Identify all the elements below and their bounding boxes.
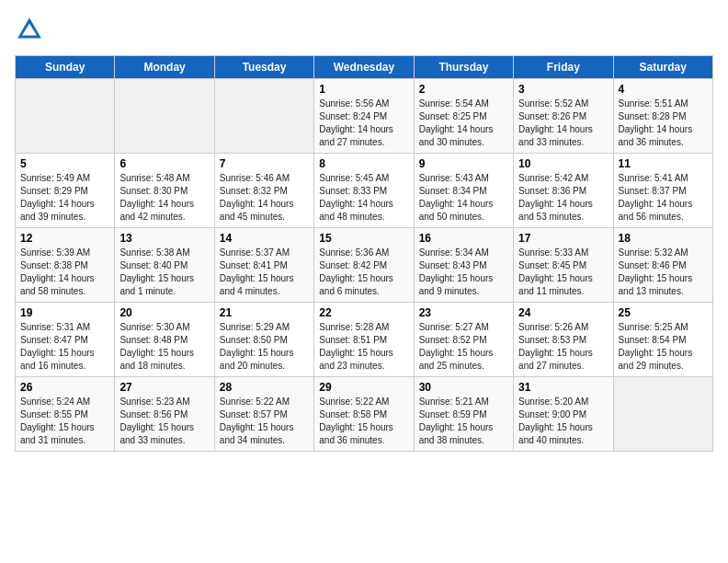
calendar-day-cell: 18Sunrise: 5:32 AM Sunset: 8:46 PM Dayli… — [613, 228, 712, 303]
weekday-header: Friday — [514, 56, 613, 79]
calendar-day-cell: 12Sunrise: 5:39 AM Sunset: 8:38 PM Dayli… — [16, 228, 115, 303]
calendar-day-cell: 1Sunrise: 5:56 AM Sunset: 8:24 PM Daylig… — [314, 79, 414, 154]
day-number: 11 — [619, 157, 708, 170]
day-number: 5 — [20, 157, 109, 170]
weekday-header: Tuesday — [214, 56, 313, 79]
calendar-day-cell: 28Sunrise: 5:22 AM Sunset: 8:57 PM Dayli… — [214, 377, 313, 452]
day-info: Sunrise: 5:25 AM Sunset: 8:54 PM Dayligh… — [619, 321, 708, 373]
calendar-day-cell: 5Sunrise: 5:49 AM Sunset: 8:29 PM Daylig… — [16, 154, 115, 228]
day-number: 1 — [319, 83, 408, 96]
weekday-header-row: SundayMondayTuesdayWednesdayThursdayFrid… — [16, 56, 713, 79]
calendar-day-cell — [613, 377, 712, 452]
calendar-day-cell — [16, 79, 115, 154]
day-number: 18 — [619, 232, 708, 245]
day-info: Sunrise: 5:32 AM Sunset: 8:46 PM Dayligh… — [619, 247, 708, 298]
day-info: Sunrise: 5:23 AM Sunset: 8:56 PM Dayligh… — [119, 396, 209, 447]
day-info: Sunrise: 5:37 AM Sunset: 8:41 PM Dayligh… — [220, 247, 309, 298]
day-info: Sunrise: 5:54 AM Sunset: 8:25 PM Dayligh… — [419, 98, 508, 149]
weekday-header: Thursday — [414, 56, 513, 79]
day-number: 14 — [220, 232, 309, 245]
day-info: Sunrise: 5:39 AM Sunset: 8:38 PM Dayligh… — [20, 247, 109, 298]
calendar-day-cell: 8Sunrise: 5:45 AM Sunset: 8:33 PM Daylig… — [314, 154, 414, 228]
day-info: Sunrise: 5:49 AM Sunset: 8:29 PM Dayligh… — [20, 172, 109, 224]
calendar-day-cell: 19Sunrise: 5:31 AM Sunset: 8:47 PM Dayli… — [16, 303, 115, 377]
day-number: 23 — [419, 306, 508, 319]
calendar-day-cell: 3Sunrise: 5:52 AM Sunset: 8:26 PM Daylig… — [514, 79, 613, 154]
weekday-header: Saturday — [613, 56, 712, 79]
calendar-day-cell: 23Sunrise: 5:27 AM Sunset: 8:52 PM Dayli… — [414, 303, 513, 377]
day-info: Sunrise: 5:22 AM Sunset: 8:57 PM Dayligh… — [220, 396, 309, 447]
day-number: 25 — [619, 306, 708, 319]
day-number: 3 — [518, 83, 608, 96]
day-info: Sunrise: 5:28 AM Sunset: 8:51 PM Dayligh… — [319, 321, 408, 373]
calendar-day-cell: 26Sunrise: 5:24 AM Sunset: 8:55 PM Dayli… — [16, 377, 115, 452]
day-number: 19 — [20, 306, 109, 319]
calendar-day-cell: 25Sunrise: 5:25 AM Sunset: 8:54 PM Dayli… — [613, 303, 712, 377]
calendar-day-cell: 20Sunrise: 5:30 AM Sunset: 8:48 PM Dayli… — [115, 303, 214, 377]
calendar-day-cell: 31Sunrise: 5:20 AM Sunset: 9:00 PM Dayli… — [514, 377, 613, 452]
day-number: 7 — [220, 157, 309, 170]
page-header — [15, 15, 713, 44]
calendar-day-cell: 9Sunrise: 5:43 AM Sunset: 8:34 PM Daylig… — [414, 154, 513, 228]
day-number: 4 — [619, 83, 708, 96]
day-number: 30 — [419, 381, 508, 394]
day-info: Sunrise: 5:34 AM Sunset: 8:43 PM Dayligh… — [419, 247, 508, 298]
calendar-day-cell — [214, 79, 313, 154]
day-number: 2 — [419, 83, 508, 96]
day-info: Sunrise: 5:56 AM Sunset: 8:24 PM Dayligh… — [319, 98, 408, 149]
calendar-week-row: 26Sunrise: 5:24 AM Sunset: 8:55 PM Dayli… — [16, 377, 713, 452]
day-number: 27 — [119, 381, 209, 394]
day-number: 31 — [518, 381, 608, 394]
calendar-day-cell: 24Sunrise: 5:26 AM Sunset: 8:53 PM Dayli… — [514, 303, 613, 377]
day-info: Sunrise: 5:22 AM Sunset: 8:58 PM Dayligh… — [319, 396, 408, 447]
calendar-week-row: 1Sunrise: 5:56 AM Sunset: 8:24 PM Daylig… — [16, 79, 713, 154]
calendar-week-row: 5Sunrise: 5:49 AM Sunset: 8:29 PM Daylig… — [16, 154, 713, 228]
day-number: 10 — [518, 157, 608, 170]
day-info: Sunrise: 5:30 AM Sunset: 8:48 PM Dayligh… — [119, 321, 209, 373]
weekday-header: Wednesday — [314, 56, 414, 79]
calendar-day-cell: 13Sunrise: 5:38 AM Sunset: 8:40 PM Dayli… — [115, 228, 214, 303]
day-info: Sunrise: 5:27 AM Sunset: 8:52 PM Dayligh… — [419, 321, 508, 373]
day-info: Sunrise: 5:21 AM Sunset: 8:59 PM Dayligh… — [419, 396, 508, 447]
day-info: Sunrise: 5:45 AM Sunset: 8:33 PM Dayligh… — [319, 172, 408, 224]
day-info: Sunrise: 5:33 AM Sunset: 8:45 PM Dayligh… — [518, 247, 608, 298]
day-number: 21 — [220, 306, 309, 319]
day-info: Sunrise: 5:26 AM Sunset: 8:53 PM Dayligh… — [518, 321, 608, 373]
day-info: Sunrise: 5:20 AM Sunset: 9:00 PM Dayligh… — [518, 396, 608, 447]
calendar-day-cell: 21Sunrise: 5:29 AM Sunset: 8:50 PM Dayli… — [214, 303, 313, 377]
calendar-week-row: 19Sunrise: 5:31 AM Sunset: 8:47 PM Dayli… — [16, 303, 713, 377]
day-number: 29 — [319, 381, 408, 394]
calendar-day-cell: 10Sunrise: 5:42 AM Sunset: 8:36 PM Dayli… — [514, 154, 613, 228]
day-number: 17 — [518, 232, 608, 245]
day-info: Sunrise: 5:43 AM Sunset: 8:34 PM Dayligh… — [419, 172, 508, 224]
day-number: 8 — [319, 157, 408, 170]
day-number: 22 — [319, 306, 408, 319]
day-info: Sunrise: 5:36 AM Sunset: 8:42 PM Dayligh… — [319, 247, 408, 298]
calendar-day-cell: 7Sunrise: 5:46 AM Sunset: 8:32 PM Daylig… — [214, 154, 313, 228]
day-number: 13 — [119, 232, 209, 245]
day-number: 20 — [119, 306, 209, 319]
day-info: Sunrise: 5:42 AM Sunset: 8:36 PM Dayligh… — [518, 172, 608, 224]
day-info: Sunrise: 5:29 AM Sunset: 8:50 PM Dayligh… — [220, 321, 309, 373]
calendar-day-cell: 6Sunrise: 5:48 AM Sunset: 8:30 PM Daylig… — [115, 154, 214, 228]
calendar-day-cell: 30Sunrise: 5:21 AM Sunset: 8:59 PM Dayli… — [414, 377, 513, 452]
logo-icon — [15, 15, 44, 44]
day-number: 24 — [518, 306, 608, 319]
day-number: 6 — [119, 157, 209, 170]
day-info: Sunrise: 5:38 AM Sunset: 8:40 PM Dayligh… — [119, 247, 209, 298]
calendar-day-cell: 14Sunrise: 5:37 AM Sunset: 8:41 PM Dayli… — [214, 228, 313, 303]
day-number: 15 — [319, 232, 408, 245]
calendar-day-cell: 2Sunrise: 5:54 AM Sunset: 8:25 PM Daylig… — [414, 79, 513, 154]
day-info: Sunrise: 5:41 AM Sunset: 8:37 PM Dayligh… — [619, 172, 708, 224]
calendar-day-cell: 27Sunrise: 5:23 AM Sunset: 8:56 PM Dayli… — [115, 377, 214, 452]
day-number: 26 — [20, 381, 109, 394]
day-info: Sunrise: 5:46 AM Sunset: 8:32 PM Dayligh… — [220, 172, 309, 224]
calendar-day-cell: 15Sunrise: 5:36 AM Sunset: 8:42 PM Dayli… — [314, 228, 414, 303]
day-number: 16 — [419, 232, 508, 245]
calendar-day-cell: 11Sunrise: 5:41 AM Sunset: 8:37 PM Dayli… — [613, 154, 712, 228]
day-number: 28 — [220, 381, 309, 394]
day-info: Sunrise: 5:24 AM Sunset: 8:55 PM Dayligh… — [20, 396, 109, 447]
calendar-week-row: 12Sunrise: 5:39 AM Sunset: 8:38 PM Dayli… — [16, 228, 713, 303]
day-info: Sunrise: 5:48 AM Sunset: 8:30 PM Dayligh… — [119, 172, 209, 224]
logo — [15, 15, 48, 44]
